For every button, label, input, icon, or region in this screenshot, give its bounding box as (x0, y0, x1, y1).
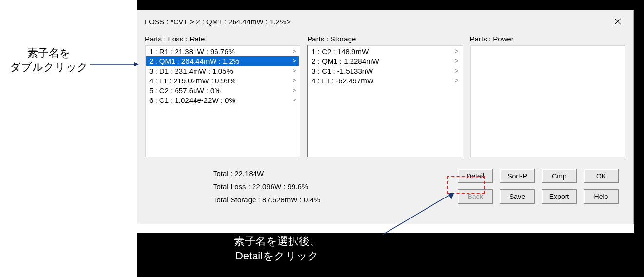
detail-button[interactable]: Detail (458, 169, 493, 183)
annotation-background (0, 0, 137, 277)
list-item-text: 2 : QM1 : 1.2284mW (312, 57, 379, 65)
list-item[interactable]: 2 : QM1 : 1.2284mW> (309, 56, 461, 66)
power-column-label: Parts : Power (470, 35, 625, 43)
power-column: Parts : Power (470, 35, 625, 157)
close-icon (614, 18, 621, 25)
list-item[interactable]: 1 : C2 : 148.9mW> (309, 46, 461, 56)
list-item-text: 4 : L1 : -62.497mW (312, 77, 374, 85)
list-item[interactable]: 4 : L1 : 219.02mW : 0.99%> (146, 76, 299, 85)
chevron-right-icon: > (454, 47, 458, 55)
annotation-text: 素子名を選択後、 (234, 234, 320, 249)
chevron-right-icon: > (454, 67, 458, 75)
dialog-title: LOSS : *CVT > 2 : QM1 : 264.44mW : 1.2%> (145, 18, 291, 26)
loss-listbox[interactable]: 1 : R1 : 21.381W : 96.76%>2 : QM1 : 264.… (145, 45, 300, 157)
svg-line-4 (383, 193, 453, 235)
chevron-right-icon: > (292, 96, 296, 104)
total-value: Total : 22.184W (213, 167, 320, 180)
list-item-text: 1 : C2 : 148.9mW (312, 47, 369, 56)
list-item-text: 6 : C1 : 1.0244e-22W : 0% (149, 96, 235, 104)
list-item[interactable]: 3 : D1 : 231.4mW : 1.05%> (146, 66, 299, 76)
annotation-doubleclick: 素子名を ダブルクリック (10, 46, 88, 74)
sort-p-button[interactable]: Sort-P (500, 169, 535, 183)
storage-column: Parts : Storage 1 : C2 : 148.9mW>2 : QM1… (307, 35, 463, 157)
list-item-text: 3 : C1 : -1.5133nW (312, 67, 373, 75)
cmp-button[interactable]: Cmp (542, 169, 577, 183)
total-storage-value: Total Storage : 87.628mW : 0.4% (213, 193, 320, 206)
svg-marker-1 (134, 62, 139, 66)
list-item[interactable]: 1 : R1 : 21.381W : 96.76%> (146, 46, 299, 56)
totals-block: Total : 22.184W Total Loss : 22.096W : 9… (213, 167, 320, 206)
list-item[interactable]: 3 : C1 : -1.5133nW> (309, 66, 461, 76)
annotation-arrow-left (90, 61, 139, 62)
list-item[interactable]: 2 : QM1 : 264.44mW : 1.2%> (146, 56, 299, 66)
button-grid: Detail Sort-P Cmp OK Back Save Export He… (458, 169, 619, 204)
list-item[interactable]: 4 : L1 : -62.497mW> (309, 76, 461, 85)
help-button[interactable]: Help (584, 189, 619, 204)
chevron-right-icon: > (292, 67, 296, 75)
list-item-text: 5 : C2 : 657.6uW : 0% (149, 86, 221, 95)
list-item[interactable]: 6 : C1 : 1.0244e-22W : 0%> (146, 95, 299, 105)
total-loss-value: Total Loss : 22.096W : 99.6% (213, 180, 320, 193)
list-item-text: 2 : QM1 : 264.44mW : 1.2% (149, 57, 239, 65)
loss-dialog: LOSS : *CVT > 2 : QM1 : 264.44mW : 1.2%>… (137, 10, 634, 224)
list-item-text: 4 : L1 : 219.02mW : 0.99% (149, 77, 236, 85)
annotation-arrow-detail (366, 193, 463, 238)
save-button[interactable]: Save (500, 189, 535, 204)
chevron-right-icon: > (292, 86, 296, 94)
loss-column-label: Parts : Loss : Rate (145, 35, 300, 43)
chevron-right-icon: > (292, 77, 296, 84)
annotation-text: Detailをクリック (234, 249, 320, 263)
columns-container: Parts : Loss : Rate 1 : R1 : 21.381W : 9… (145, 35, 625, 157)
power-listbox[interactable] (470, 45, 625, 157)
storage-column-label: Parts : Storage (307, 35, 463, 43)
chevron-right-icon: > (454, 57, 458, 65)
chevron-right-icon: > (292, 47, 296, 55)
list-item-text: 3 : D1 : 231.4mW : 1.05% (149, 67, 233, 75)
annotation-text: ダブルクリック (10, 60, 88, 75)
ok-button[interactable]: OK (584, 169, 619, 183)
annotation-text: 素子名を (10, 46, 88, 60)
export-button[interactable]: Export (542, 189, 577, 204)
annotation-detail-click: 素子名を選択後、 Detailをクリック (234, 234, 320, 263)
titlebar: LOSS : *CVT > 2 : QM1 : 264.44mW : 1.2%> (145, 15, 625, 28)
close-button[interactable] (610, 15, 625, 28)
list-item-text: 1 : R1 : 21.381W : 96.76% (149, 47, 235, 56)
chevron-right-icon: > (454, 77, 458, 84)
chevron-right-icon: > (292, 57, 296, 65)
list-item[interactable]: 5 : C2 : 657.6uW : 0%> (146, 85, 299, 95)
storage-listbox[interactable]: 1 : C2 : 148.9mW>2 : QM1 : 1.2284mW>3 : … (307, 45, 463, 157)
loss-column: Parts : Loss : Rate 1 : R1 : 21.381W : 9… (145, 35, 300, 157)
